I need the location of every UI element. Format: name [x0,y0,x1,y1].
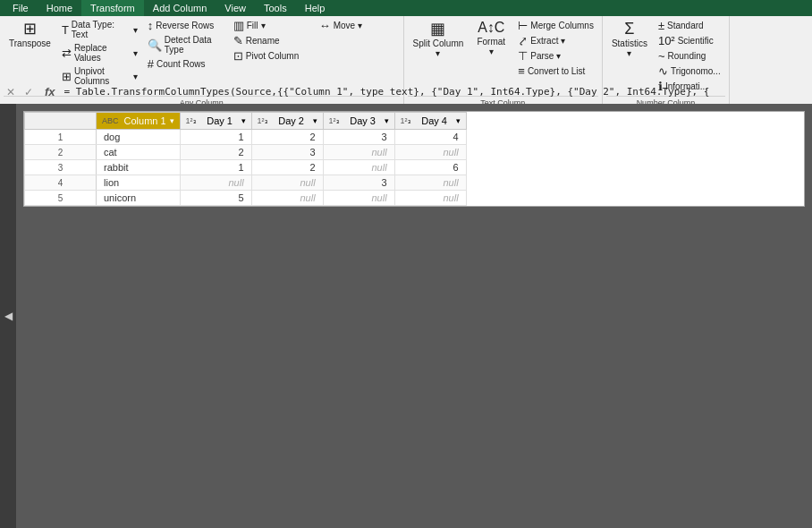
data-type-dropdown-icon: ▾ [133,25,138,35]
cell-day3[interactable]: null [323,160,394,175]
unpivot-columns-button[interactable]: ⊞ Unpivot Columns ▾ [57,64,142,88]
unpivot-label: Unpivot Columns [74,66,129,86]
day1-dropdown-icon[interactable]: ▾ [241,116,246,125]
cell-day3[interactable]: 3 [323,130,394,145]
tab-view[interactable]: View [216,0,255,16]
replace-values-button[interactable]: ⇄ Replace Values ▾ [57,41,142,64]
transpose-button[interactable]: ⊞ Transpose [4,18,56,51]
fill-button[interactable]: ▥ Fill ▾ [229,18,314,33]
col-header-day2[interactable]: 1²₃ Day 2 ▾ [251,113,323,130]
row-num: 4 [25,175,97,191]
detect-data-type-button[interactable]: 🔍 Detect Data Type [143,33,228,56]
parse-button[interactable]: ⊤ Parse ▾ [513,48,598,64]
trig-icon: ∿ [658,65,668,77]
standard-button[interactable]: ± Standard [654,18,725,33]
merge-columns-button[interactable]: ⊢ Merge Columns [513,18,598,33]
cell-day2[interactable]: 3 [251,145,323,160]
day4-dropdown-icon[interactable]: ▾ [456,116,461,125]
cell-day4[interactable]: null [394,145,466,160]
day1-label: Day 1 [207,115,233,126]
col-header-day1[interactable]: 1²₃ Day 1 ▾ [180,113,251,130]
formula-cancel-button[interactable]: ✕ [4,86,18,98]
fill-label: Fill [247,21,258,30]
day1-type-icon: 1²₃ [186,116,197,125]
day2-label: Day 2 [278,115,304,126]
cell-day4[interactable]: 4 [394,130,466,145]
merge-columns-icon: ⊢ [518,20,528,31]
split-column-button[interactable]: ▦ Split Column ▾ [408,18,469,61]
reverse-rows-button[interactable]: ↕ Reverse Rows [143,18,228,33]
cell-day2[interactable]: null [251,191,323,206]
day2-dropdown-icon[interactable]: ▾ [313,116,317,125]
day2-type-icon: 1²₃ [258,116,268,125]
tab-file[interactable]: File [4,0,38,16]
scientific-button[interactable]: 10² Scientific [654,33,725,48]
formula-input[interactable] [64,86,808,98]
data-type-button[interactable]: T Data Type: Text ▾ [57,18,142,41]
cell-col1[interactable]: cat [97,145,181,160]
day4-type-icon: 1²₃ [401,116,411,125]
table-row: 3rabbit12null6 [25,160,467,175]
cell-day3[interactable]: null [323,191,394,206]
day3-dropdown-icon[interactable]: ▾ [385,116,389,125]
trig-label: Trigonomo... [671,66,721,76]
formula-accept-button[interactable]: ✓ [21,86,36,98]
cell-col1[interactable]: unicorn [97,191,181,206]
table-row: 5unicorn5nullnullnull [25,191,467,206]
col-header-col1[interactable]: ABC Column 1 ▾ [97,113,181,130]
cell-col1[interactable]: lion [97,175,181,191]
pivot-icon: ⊡ [233,50,243,62]
cell-day2[interactable]: 2 [251,130,323,145]
number-small-stack: ± Standard 10² Scientific ~ Rounding ∿ T… [654,18,725,94]
convert-to-list-icon: ≡ [518,65,525,77]
reverse-rows-icon: ↕ [148,20,154,31]
parse-icon: ⊤ [518,50,528,62]
row-num: 3 [25,160,97,175]
cell-day1[interactable]: 1 [180,160,251,175]
cell-day3[interactable]: null [323,145,394,160]
cell-day4[interactable]: null [394,175,466,191]
text-small-stack: ⊢ Merge Columns ⤤ Extract ▾ ⊤ Parse ▾ [513,18,598,79]
cell-day4[interactable]: 6 [394,160,466,175]
parse-dropdown-icon: ▾ [556,51,561,61]
sidebar-collapse-button[interactable]: ◀ [0,104,16,528]
cell-col1[interactable]: rabbit [97,160,181,175]
cell-col1[interactable]: dog [97,130,181,145]
statistics-icon: Σ [624,21,634,37]
statistics-button[interactable]: Σ Statistics ▾ [606,18,653,61]
col-header-day4[interactable]: 1²₃ Day 4 ▾ [394,113,466,130]
rounding-button[interactable]: ~ Rounding [654,48,725,64]
move-button[interactable]: ↔ Move ▾ [315,18,400,33]
day4-header-content: 1²₃ Day 4 ▾ [401,115,461,126]
count-rows-button[interactable]: # Count Rows [143,56,228,72]
cell-day2[interactable]: null [251,175,323,191]
replace-values-label: Replace Values [74,43,129,63]
cell-day3[interactable]: 3 [323,175,394,191]
tab-add-column[interactable]: Add Column [144,0,216,16]
cell-day2[interactable]: 2 [251,160,323,175]
cell-day1[interactable]: 1 [180,130,251,145]
pivot-column-button[interactable]: ⊡ Pivot Column [229,48,314,64]
rename-button[interactable]: ✎ Rename [229,33,314,48]
trigonometry-button[interactable]: ∿ Trigonomo... [654,64,725,79]
cell-day4[interactable]: null [394,191,466,206]
convert-to-list-button[interactable]: ≡ Convert to List [513,64,598,79]
cell-day1[interactable]: 5 [180,191,251,206]
tab-help[interactable]: Help [296,0,334,16]
replace-values-dropdown-icon: ▾ [133,48,138,58]
col1-dropdown-icon[interactable]: ▾ [170,116,174,125]
transpose-icon: ⊞ [23,21,37,37]
day3-label: Day 3 [350,115,376,126]
tab-home[interactable]: Home [38,0,81,16]
tab-tools[interactable]: Tools [255,0,296,16]
cell-day1[interactable]: 2 [180,145,251,160]
extract-button[interactable]: ⤤ Extract ▾ [513,33,598,48]
data-table: ABC Column 1 ▾ 1²₃ Day 1 ▾ [24,112,467,206]
statistics-label: Statistics [612,38,647,48]
table-header-row: ABC Column 1 ▾ 1²₃ Day 1 ▾ [25,113,467,130]
cell-day1[interactable]: null [180,175,251,191]
row-num: 5 [25,191,97,206]
tab-transform[interactable]: Transform [81,0,144,16]
col-header-day3[interactable]: 1²₃ Day 3 ▾ [323,113,394,130]
format-button[interactable]: A↕C Format ▾ [469,18,512,59]
